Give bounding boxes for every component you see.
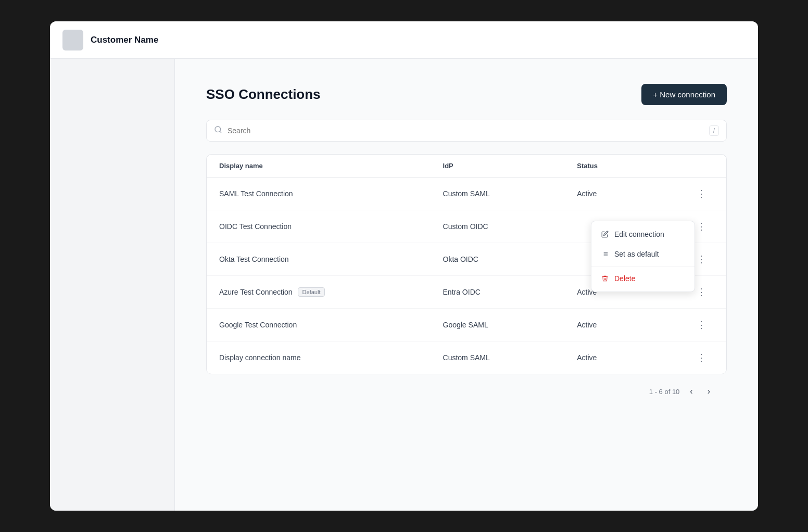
search-input[interactable] <box>228 126 704 135</box>
pagination-prev-button[interactable]: ‹ <box>686 385 697 398</box>
app-window: Customer Name SSO Connections + New conn… <box>50 21 758 511</box>
page-title: SSO Connections <box>206 86 321 103</box>
row-display-name: OIDC Test Connection <box>219 222 292 231</box>
table-row: OIDC Test Connection Custom OIDC ⋮ <box>207 210 726 243</box>
cell-idp: Google SAML <box>443 321 577 329</box>
dropdown-divider <box>591 266 695 267</box>
table-row: Google Test Connection Google SAML Activ… <box>207 309 726 341</box>
cell-actions: ⋮ <box>689 351 714 364</box>
cell-display-name: Google Test Connection <box>219 321 443 329</box>
slash-shortcut: / <box>709 125 719 136</box>
col-actions <box>689 162 714 170</box>
search-icon <box>214 125 222 136</box>
pagination-text: 1 - 6 of 10 <box>649 388 680 396</box>
row-display-name: Google Test Connection <box>219 321 297 329</box>
cell-actions: ⋮ <box>689 187 714 200</box>
sidebar <box>50 59 175 511</box>
cell-display-name: SAML Test Connection <box>219 189 443 198</box>
search-bar: / <box>206 120 727 142</box>
cell-idp: Custom SAML <box>443 353 577 362</box>
cell-display-name: Okta Test Connection <box>219 255 443 263</box>
row-actions-button[interactable]: ⋮ <box>692 187 710 200</box>
pagination: 1 - 6 of 10 ‹ › <box>206 374 727 398</box>
cell-status: Active <box>577 189 689 198</box>
edit-connection-item[interactable]: Edit connection <box>591 224 695 244</box>
layout: SSO Connections + New connection / Displ… <box>50 59 758 511</box>
cell-display-name: Display connection name <box>219 353 443 362</box>
cell-actions: ⋮ <box>689 318 714 332</box>
row-display-name: Azure Test Connection <box>219 288 293 296</box>
row-display-name: Display connection name <box>219 353 300 362</box>
col-display-name: Display name <box>219 162 443 170</box>
main-content: SSO Connections + New connection / Displ… <box>175 59 758 511</box>
new-connection-button[interactable]: + New connection <box>641 84 727 105</box>
default-badge: Default <box>298 287 325 297</box>
row-display-name: Okta Test Connection <box>219 255 289 263</box>
delete-item[interactable]: Delete <box>591 269 695 288</box>
cell-idp: Custom OIDC <box>443 222 577 231</box>
cell-display-name: Azure Test Connection Default <box>219 287 443 297</box>
sso-connections-table: Display name IdP Status SAML Test Connec… <box>206 154 727 374</box>
pagination-next-button[interactable]: › <box>703 385 714 398</box>
edit-icon <box>601 230 609 238</box>
table-row: Display connection name Custom SAML Acti… <box>207 341 726 374</box>
customer-name: Customer Name <box>91 35 158 45</box>
table-header: Display name IdP Status <box>207 155 726 178</box>
row-actions-button[interactable]: ⋮ <box>692 351 710 364</box>
row-actions-button[interactable]: ⋮ <box>692 318 710 332</box>
edit-connection-label: Edit connection <box>614 230 664 238</box>
col-status: Status <box>577 162 689 170</box>
row-actions-button[interactable]: ⋮ <box>692 220 710 233</box>
cell-display-name: OIDC Test Connection <box>219 222 443 231</box>
svg-line-1 <box>220 131 221 133</box>
logo <box>62 30 83 50</box>
row-actions-dropdown: Edit connection Set as default <box>591 221 695 292</box>
page-header: SSO Connections + New connection <box>206 84 727 105</box>
delete-label: Delete <box>614 274 635 283</box>
row-display-name: SAML Test Connection <box>219 189 293 198</box>
cell-status: Active <box>577 321 689 329</box>
svg-point-0 <box>215 126 221 132</box>
row-actions-button[interactable]: ⋮ <box>692 252 710 266</box>
set-default-label: Set as default <box>614 250 659 258</box>
cell-idp: Okta OIDC <box>443 255 577 263</box>
row-actions-button[interactable]: ⋮ <box>692 285 710 299</box>
delete-icon <box>601 274 609 283</box>
top-bar: Customer Name <box>50 21 758 59</box>
col-idp: IdP <box>443 162 577 170</box>
set-default-item[interactable]: Set as default <box>591 244 695 264</box>
cell-idp: Custom SAML <box>443 189 577 198</box>
cell-status: Active <box>577 353 689 362</box>
cell-idp: Entra OIDC <box>443 288 577 296</box>
table-row: SAML Test Connection Custom SAML Active … <box>207 178 726 210</box>
set-default-icon <box>601 250 609 258</box>
